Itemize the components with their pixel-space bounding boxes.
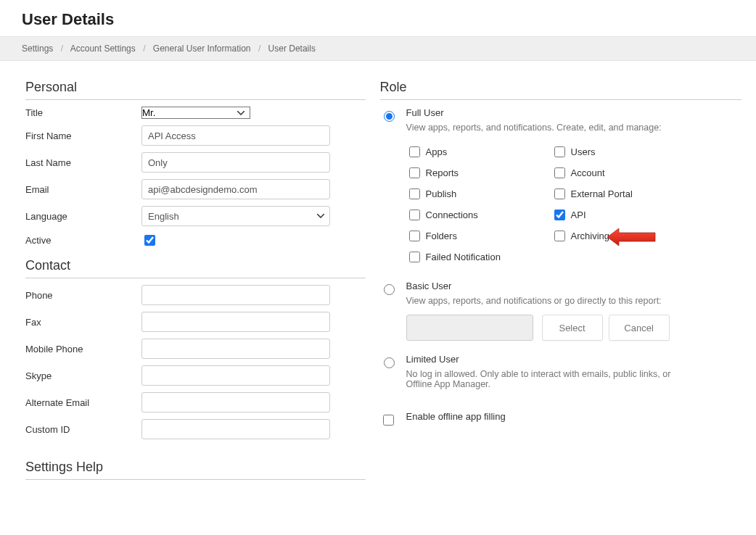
breadcrumb-account-settings[interactable]: Account Settings	[70, 43, 136, 54]
offline-label: Enable offline app filling	[406, 411, 741, 422]
select-button[interactable]: Select	[542, 315, 603, 341]
cancel-button[interactable]: Cancel	[609, 315, 670, 341]
perm-col-1: Apps Reports Publish Connections Folders…	[406, 141, 551, 268]
label-alt-email: Alternate Email	[25, 397, 141, 408]
perm-reports-checkbox[interactable]	[409, 167, 420, 178]
perm-api-label: API	[571, 210, 586, 220]
role-name-basic: Basic User	[406, 281, 741, 291]
permissions-grid: Apps Reports Publish Connections Folders…	[406, 141, 741, 268]
breadcrumb-settings[interactable]: Settings	[22, 43, 53, 54]
section-settings-help: Settings Help	[25, 460, 366, 480]
language-select[interactable]: English	[141, 206, 330, 226]
right-column: Role Full User View apps, reports, and n…	[380, 70, 741, 483]
breadcrumb: Settings / Account Settings / General Us…	[0, 36, 756, 61]
page-title: User Details	[0, 0, 756, 36]
offline-checkbox[interactable]	[383, 415, 394, 426]
active-checkbox[interactable]	[144, 235, 155, 246]
radio-limited-user[interactable]	[384, 357, 395, 368]
role-desc-full: View apps, reports, and notifications. C…	[406, 123, 741, 133]
label-title: Title	[25, 107, 141, 118]
left-column: Personal Title Mr. First Name Last N	[25, 70, 366, 483]
role-desc-limited: No log in allowed. Only able to interact…	[406, 369, 682, 389]
perm-portal-checkbox[interactable]	[554, 188, 565, 199]
role-offline: Enable offline app filling	[380, 411, 741, 428]
row-first-name: First Name	[25, 125, 366, 146]
fax-input[interactable]	[141, 312, 330, 332]
role-basic-user: Basic User View apps, reports, and notif…	[380, 281, 741, 341]
radio-full-user[interactable]	[384, 111, 395, 122]
perm-publish-checkbox[interactable]	[409, 188, 420, 199]
breadcrumb-general-user-info[interactable]: General User Information	[153, 43, 251, 54]
row-active: Active	[25, 233, 366, 248]
perm-users-label: Users	[571, 146, 596, 157]
breadcrumb-separator: /	[143, 43, 145, 54]
perm-portal-label: External Portal	[571, 188, 633, 199]
perm-apps-checkbox[interactable]	[409, 146, 420, 157]
breadcrumb-separator: /	[258, 43, 260, 54]
label-mobile: Mobile Phone	[25, 344, 141, 354]
perm-archiving-label: Archiving	[571, 231, 609, 241]
section-personal: Personal	[25, 80, 366, 100]
role-full-user: Full User View apps, reports, and notifi…	[380, 107, 741, 268]
email-input[interactable]	[141, 179, 330, 199]
alternate-email-input[interactable]	[141, 392, 330, 412]
role-name-limited: Limited User	[406, 354, 741, 365]
perm-account-checkbox[interactable]	[554, 167, 565, 178]
label-fax: Fax	[25, 317, 141, 328]
label-active: Active	[25, 235, 141, 246]
perm-apps-label: Apps	[426, 146, 448, 157]
breadcrumb-separator: /	[61, 43, 63, 54]
perm-folders-checkbox[interactable]	[409, 231, 420, 241]
skype-input[interactable]	[141, 365, 330, 386]
label-email: Email	[25, 184, 141, 195]
perm-failed-checkbox[interactable]	[409, 252, 420, 262]
perm-api-checkbox[interactable]	[554, 210, 565, 220]
perm-users-checkbox[interactable]	[554, 146, 565, 157]
label-last-name: Last Name	[25, 157, 141, 168]
mobile-phone-input[interactable]	[141, 339, 330, 359]
title-select[interactable]: Mr.	[141, 107, 250, 119]
page: User Details Settings / Account Settings…	[0, 0, 756, 535]
section-role: Role	[380, 80, 741, 100]
label-language: Language	[25, 211, 141, 222]
basic-report-input[interactable]	[406, 315, 533, 341]
perm-account-label: Account	[571, 167, 605, 178]
row-last-name: Last Name	[25, 152, 366, 173]
custom-id-input[interactable]	[141, 419, 330, 439]
section-contact: Contact	[25, 258, 366, 278]
row-language: Language English	[25, 206, 366, 226]
row-title: Title Mr.	[25, 107, 366, 119]
label-skype: Skype	[25, 370, 141, 381]
perm-folders-label: Folders	[426, 231, 457, 241]
label-phone: Phone	[25, 290, 141, 301]
last-name-input[interactable]	[141, 152, 330, 173]
row-email: Email	[25, 179, 366, 199]
breadcrumb-user-details: User Details	[268, 43, 316, 54]
radio-basic-user[interactable]	[384, 284, 395, 295]
phone-input[interactable]	[141, 285, 330, 305]
perm-col-2: Users Account External Portal API Archiv…	[551, 141, 697, 268]
role-desc-basic: View apps, reports, and notifications or…	[406, 296, 741, 306]
label-custom-id: Custom ID	[25, 424, 141, 435]
perm-reports-label: Reports	[426, 167, 459, 178]
label-first-name: First Name	[25, 130, 141, 141]
first-name-input[interactable]	[141, 125, 330, 146]
perm-archiving-checkbox[interactable]	[554, 231, 565, 241]
perm-publish-label: Publish	[426, 188, 457, 199]
perm-connections-label: Connections	[426, 210, 478, 220]
role-name-full: Full User	[406, 107, 741, 118]
role-limited-user: Limited User No log in allowed. Only abl…	[380, 354, 741, 398]
perm-connections-checkbox[interactable]	[409, 210, 420, 220]
perm-failed-label: Failed Notification	[426, 252, 501, 262]
content: Personal Title Mr. First Name Last N	[0, 61, 756, 497]
